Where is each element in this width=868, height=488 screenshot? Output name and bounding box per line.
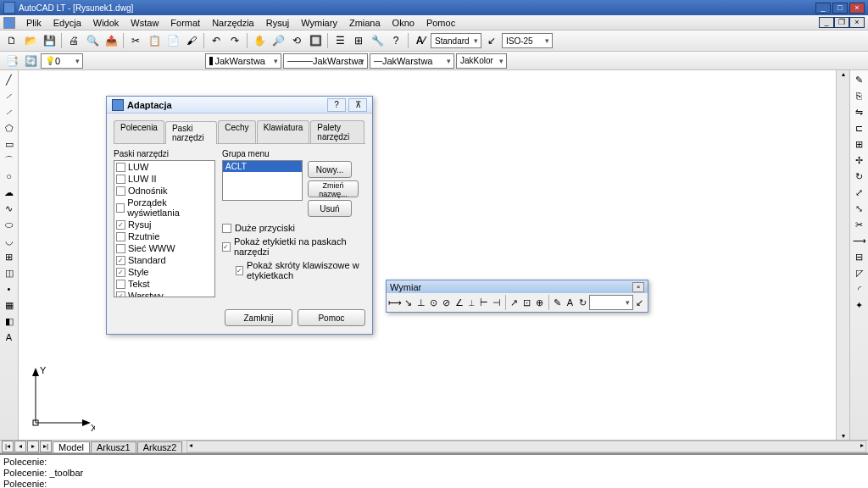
linetype-combo[interactable]: ——— JakWarstwa <box>283 53 368 69</box>
tab-paski-narzedzi[interactable]: Paski narzędzi <box>165 121 217 144</box>
lineweight-combo[interactable]: — JakWarstwa <box>370 53 454 69</box>
list-item[interactable]: ✓Rysuj <box>114 219 214 230</box>
menu-zmiana[interactable]: Zmiana <box>343 18 387 28</box>
shortcuts-checkbox[interactable]: ✓ <box>236 266 243 275</box>
menu-rysuj[interactable]: Rysuj <box>260 18 296 28</box>
tab-palety[interactable]: Palety narzędzi <box>310 120 364 143</box>
mirror-icon[interactable]: ⇋ <box>852 104 867 119</box>
wymiar-toolbar[interactable]: Wymiar × ⟼ ↘ ⊥ ⊙ ⊘ ∠ ⟂ ⊢ ⊣ ↗ ⊡ ⊕ ✎ A ↻ ↙ <box>386 280 648 313</box>
zoom-rt-icon[interactable]: 🔎 <box>270 32 287 49</box>
dim-tedit-icon[interactable]: A <box>564 295 576 310</box>
dim-style-float-combo[interactable] <box>589 295 633 310</box>
region-icon[interactable]: ◧ <box>2 313 17 329</box>
polygon-icon[interactable]: ⬠ <box>2 120 17 136</box>
offset-icon[interactable]: ⊏ <box>852 120 867 136</box>
tab-first-button[interactable]: |◂ <box>2 441 14 452</box>
list-item[interactable]: Sieć WWW <box>114 242 214 254</box>
ellipse-icon[interactable]: ⬭ <box>2 217 17 232</box>
dim-aligned-icon[interactable]: ↘ <box>403 295 415 310</box>
array-icon[interactable]: ⊞ <box>852 136 867 152</box>
dim-linear-icon[interactable]: ⟼ <box>388 295 402 310</box>
match-icon[interactable]: 🖌 <box>183 32 200 49</box>
list-item[interactable]: ✓Warstwy <box>114 290 214 297</box>
item-checkbox[interactable] <box>116 244 125 253</box>
plotstyle-combo[interactable]: JakKolor <box>456 53 507 69</box>
dimstyle-icon[interactable]: ↙ <box>483 32 500 49</box>
command-line[interactable]: Polecenie: Polecenie: _toolbar Polecenie… <box>0 453 868 488</box>
item-checkbox[interactable] <box>116 163 125 172</box>
item-checkbox[interactable] <box>116 203 125 213</box>
rotate-icon[interactable]: ↻ <box>852 169 867 184</box>
copy-obj-icon[interactable]: ⎘ <box>852 88 867 103</box>
block-icon[interactable]: ◫ <box>2 265 17 280</box>
list-item[interactable]: Tekst <box>114 278 214 290</box>
tab-cechy[interactable]: Cechy <box>218 120 255 143</box>
close-button[interactable]: × <box>849 3 865 14</box>
save-icon[interactable]: 💾 <box>41 32 58 49</box>
line-icon[interactable]: ╱ <box>2 72 17 87</box>
dim-ordinate-icon[interactable]: ⊥ <box>415 295 427 310</box>
tool-icon[interactable]: 🔧 <box>369 32 386 49</box>
tab-klawiatura[interactable]: Klawiatura <box>257 120 310 143</box>
tab-prev-button[interactable]: ◂ <box>14 441 26 452</box>
item-checkbox[interactable] <box>116 186 125 196</box>
undo-icon[interactable]: ↶ <box>208 32 225 49</box>
item-checkbox[interactable] <box>116 175 125 184</box>
group-listbox[interactable]: ACLT <box>222 160 303 201</box>
menu-wymiary[interactable]: Wymiary <box>295 18 343 28</box>
menu-widok[interactable]: Widok <box>87 18 125 28</box>
dialog-help-button[interactable]: ? <box>327 98 346 112</box>
copy-icon[interactable]: 📋 <box>146 32 163 49</box>
menu-narzedzia[interactable]: Narzędzia <box>206 18 260 28</box>
item-checkbox[interactable]: ✓ <box>116 220 125 230</box>
pan-icon[interactable]: ✋ <box>251 32 268 49</box>
text-style-combo[interactable]: Standard <box>431 33 481 48</box>
zoom-prev-icon[interactable]: ⟲ <box>288 32 305 49</box>
break-icon[interactable]: ⊟ <box>852 249 867 264</box>
doc-close-button[interactable]: × <box>849 17 865 28</box>
redo-icon[interactable]: ↷ <box>226 32 243 49</box>
help-icon[interactable]: ? <box>387 32 404 49</box>
tab-model[interactable]: Model <box>53 441 90 452</box>
print-icon[interactable]: 🖨 <box>65 32 82 49</box>
list-item[interactable]: Porządek wyświetlania <box>114 197 214 219</box>
revcloud-icon[interactable]: ☁ <box>2 185 17 200</box>
dim-leader-icon[interactable]: ↗ <box>509 295 520 310</box>
dim-diameter-icon[interactable]: ⊘ <box>441 295 453 310</box>
menu-edycja[interactable]: Edycja <box>47 18 87 28</box>
dim-update-icon[interactable]: ↻ <box>576 295 588 310</box>
list-item[interactable]: LUW <box>114 161 214 173</box>
delete-button[interactable]: Usuń <box>308 200 352 217</box>
dialog-title-bar[interactable]: Adaptacja ? ⊼ <box>107 97 372 114</box>
item-checkbox[interactable]: ✓ <box>116 291 125 298</box>
erase-icon[interactable]: ✎ <box>852 72 867 87</box>
list-item[interactable]: Odnośnik <box>114 185 214 197</box>
spline-icon[interactable]: ∿ <box>2 201 17 216</box>
wymiar-close-button[interactable]: × <box>632 282 644 292</box>
dim-tolerance-icon[interactable]: ⊡ <box>521 295 533 310</box>
publish-icon[interactable]: 📤 <box>103 32 120 49</box>
large-buttons-checkbox[interactable] <box>222 224 231 233</box>
tooltips-checkbox[interactable]: ✓ <box>222 242 231 252</box>
list-item[interactable]: LUW II <box>114 173 214 185</box>
help-dialog-button[interactable]: Pomoc <box>298 309 365 326</box>
vertical-scrollbar[interactable] <box>836 70 849 440</box>
menu-wstaw[interactable]: Wstaw <box>125 18 164 28</box>
tab-arkusz2[interactable]: Arkusz2 <box>137 441 183 452</box>
rename-button[interactable]: Zmień nazwę... <box>308 180 359 197</box>
cut-icon[interactable]: ✂ <box>127 32 144 49</box>
menu-plik[interactable]: Plik <box>20 18 47 28</box>
dim-continue-icon[interactable]: ⊣ <box>491 295 503 310</box>
list-item[interactable]: ✓Style <box>114 266 214 278</box>
new-icon[interactable]: 🗋 <box>3 32 20 49</box>
hatch-icon[interactable]: ▦ <box>2 297 17 313</box>
item-checkbox[interactable]: ✓ <box>116 268 125 277</box>
scale-icon[interactable]: ⤢ <box>852 185 867 200</box>
dim-angular-icon[interactable]: ∠ <box>453 295 465 310</box>
dim-baseline-icon[interactable]: ⊢ <box>478 295 490 310</box>
minimize-button[interactable]: _ <box>815 3 831 14</box>
xline-icon[interactable]: ⟋ <box>2 88 17 103</box>
open-icon[interactable]: 📂 <box>22 32 39 49</box>
arc-icon[interactable]: ⌒ <box>2 152 17 168</box>
stretch-icon[interactable]: ⤡ <box>852 201 867 216</box>
